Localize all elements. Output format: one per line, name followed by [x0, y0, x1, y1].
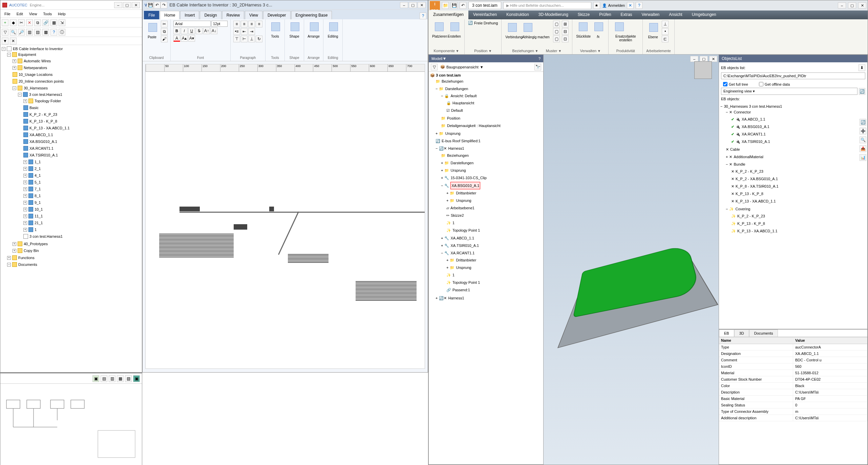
prop-value[interactable]: 0 [793, 402, 867, 408]
tree-item[interactable]: XA.ABCD_1.1 [29, 132, 53, 138]
tree-item[interactable]: Passend:1 [452, 287, 470, 293]
info-icon[interactable]: ⓘ [59, 29, 65, 36]
tree-item[interactable]: Beziehungen [442, 78, 463, 85]
tab-3d[interactable]: 3D [734, 330, 749, 337]
format-painter-icon[interactable]: 🖌 [161, 36, 168, 42]
tree-expander[interactable]: + [13, 66, 16, 70]
tree-item[interactable]: 7_1 [35, 186, 41, 192]
tree-item[interactable]: K_P_2 - K_P_23 [737, 213, 765, 219]
tree-expander[interactable]: − [726, 109, 728, 115]
get-offline-data-checkbox[interactable]: Get offline data [757, 81, 792, 88]
close-button[interactable]: ✕ [858, 2, 866, 8]
visio-canvas[interactable]: 50 100150 200250 300350 400450 500550 60… [145, 64, 425, 369]
qat-undo-icon[interactable]: ↶ [460, 2, 466, 9]
get-full-tree-checkbox[interactable]: Get full tree [721, 81, 750, 88]
platzieren-button[interactable]: Platzieren [432, 21, 445, 41]
freie-drehung-button[interactable]: 🔄 Freie Drehung [468, 21, 498, 25]
minimize-button[interactable]: – [400, 2, 408, 8]
search-icon[interactable]: 🔍 [10, 29, 17, 36]
layout2-icon[interactable]: ▤ [34, 29, 41, 36]
tree-expander[interactable]: − [13, 86, 16, 90]
tree-item[interactable]: Drittanbieter [456, 257, 476, 263]
font-name-select[interactable]: Arial [173, 21, 211, 27]
menu-help[interactable]: Help [55, 11, 68, 17]
tree-item[interactable]: Topology Folder [35, 98, 61, 104]
tree-connector[interactable]: Connector [734, 109, 751, 115]
viewport-3d[interactable]: – ▢ ✕ [544, 55, 719, 465]
tree-item[interactable]: E-bus Roof Simplified:1 [442, 138, 481, 144]
view-icon[interactable]: ▧ [125, 375, 132, 382]
tab-design[interactable]: Design [200, 11, 221, 19]
tree-item-selected[interactable]: XA.BSG010_A.1 [450, 182, 480, 189]
path-input[interactable]: C:\Exchange\MTa\PIDs\AucEB2Inv_pushed_PI… [721, 72, 865, 79]
delete-icon[interactable]: ✕ [26, 19, 33, 26]
tree-expander[interactable]: − [7, 53, 11, 57]
tree-item[interactable]: K_P_2 - XA.BSG010_A.1 [736, 175, 778, 182]
prop-value[interactable]: aucConnectorA [793, 344, 867, 351]
valign-bot-icon[interactable]: ⊥ [248, 36, 255, 42]
tree-item[interactable]: Arbeitsebene1 [450, 205, 474, 211]
point-icon[interactable]: • [662, 28, 669, 35]
tree-expander[interactable]: − [7, 263, 11, 267]
tree-item[interactable]: Ursprung [456, 264, 471, 271]
tab-review[interactable]: Review [222, 11, 244, 19]
tree-expander[interactable]: + [23, 201, 27, 205]
zoom-icon[interactable]: 🔎 [18, 29, 25, 36]
shrink-font-icon[interactable]: A↓ [211, 27, 217, 34]
copy-icon[interactable]: ⧉ [34, 19, 41, 26]
valign-top-icon[interactable]: ⊤ [233, 36, 240, 42]
tree-expander[interactable]: + [446, 190, 448, 196]
tree-covering[interactable]: Covering [735, 206, 750, 212]
ribbon-help-icon[interactable]: ? [420, 13, 426, 19]
tree-item[interactable]: 4_1 [35, 172, 41, 178]
tree-expander[interactable]: − [441, 92, 443, 99]
tree-expander[interactable]: + [446, 264, 448, 271]
tree-expander[interactable]: + [23, 187, 27, 191]
maximize-button[interactable]: ▢ [123, 2, 131, 8]
tree-documents[interactable]: Documents [18, 261, 37, 268]
tree-item[interactable]: Drittanbieter [456, 190, 476, 196]
tree-expander[interactable]: + [23, 214, 27, 218]
axis-icon[interactable]: ⊥ [662, 21, 669, 27]
tree-item[interactable]: Darstellungen [445, 85, 468, 92]
tree-item[interactable]: Netseparators [24, 65, 47, 71]
italic-button[interactable]: I [181, 27, 188, 34]
tree-expander[interactable]: + [23, 99, 27, 103]
prop-value[interactable]: XA.ABCD_1.1 [793, 351, 867, 357]
tree-item[interactable]: 10_1 [35, 206, 43, 212]
tree-item[interactable]: 21_1 [35, 220, 43, 226]
tab-extras[interactable]: Extras [616, 10, 637, 19]
tree-expander[interactable]: + [23, 228, 27, 232]
action-icon[interactable]: ➕ [860, 128, 866, 134]
tree-item[interactable]: Skizze2 [451, 212, 464, 219]
tree-expander[interactable]: − [720, 104, 722, 108]
tree-item[interactable]: Hauptansicht [452, 100, 474, 106]
tree-item[interactable]: K_P_2 - K_P_23 [29, 111, 57, 118]
tree-item[interactable]: XA.RCANT1.1 [450, 250, 474, 256]
tree-item[interactable]: 40_Prototypes [24, 241, 48, 247]
tree-expander[interactable]: − [441, 250, 443, 256]
tab-ansicht[interactable]: Ansicht [664, 10, 687, 19]
font-size-select[interactable]: 12pt [211, 21, 228, 27]
tree-expander[interactable]: + [23, 221, 27, 225]
tab-developer[interactable]: Developer [263, 11, 291, 19]
exchange-icon[interactable]: ✕ [627, 2, 634, 9]
tab-insert[interactable]: Insert [180, 11, 199, 19]
tree-expander[interactable]: + [441, 174, 443, 181]
help-search-input[interactable]: ▶ Hilfe und Befehle durchsuchen... [503, 2, 591, 9]
editing-button[interactable]: Editing [326, 21, 340, 41]
underline-button[interactable]: U [188, 27, 195, 34]
save-icon[interactable]: 💾 [147, 2, 154, 8]
tree-item[interactable]: Harness1 [448, 295, 464, 301]
help-icon[interactable]: ? [538, 57, 541, 61]
modell-tree[interactable]: 📦 3 con test.iam 📁 Beziehungen −📁 Darste… [429, 72, 543, 303]
bullets-icon[interactable]: •≡ [233, 28, 240, 35]
action-icon[interactable]: 📤 [860, 145, 866, 152]
tree-item[interactable]: XA.RCANT1.1 [29, 145, 54, 151]
view-icon[interactable]: ▤ [101, 375, 107, 382]
indent-right-icon[interactable]: ⇥ [248, 28, 255, 35]
prop-value[interactable]: m [793, 408, 867, 415]
abhaengig-button[interactable]: Abhängig machen [521, 21, 551, 42]
tree-item[interactable]: XA.BSG010_A.1 [742, 123, 769, 130]
tab-engineering-base[interactable]: Engineering Base [291, 11, 332, 19]
